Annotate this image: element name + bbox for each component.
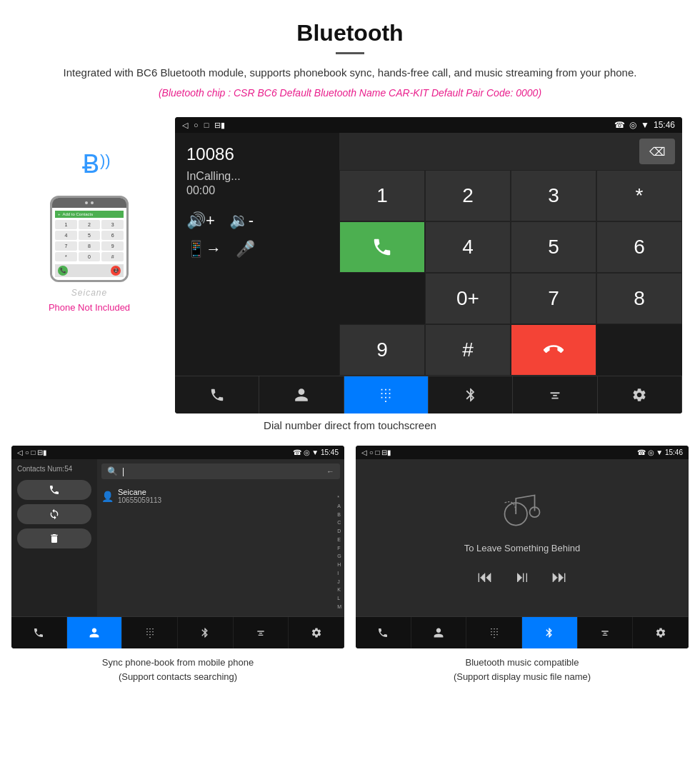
dialpad-key-7[interactable]: 7 xyxy=(511,273,596,324)
phone-key-hash: # xyxy=(101,252,124,261)
dialpad-key-0plus[interactable]: 0+ xyxy=(425,273,511,324)
nav-bluetooth[interactable] xyxy=(429,376,513,413)
next-track-icon[interactable]: ⏭ xyxy=(551,568,567,586)
dialpad-key-3[interactable]: 3 xyxy=(511,170,596,221)
dialpad-key-6[interactable]: 6 xyxy=(596,221,682,273)
call-timer: 00:00 xyxy=(186,184,328,197)
watermark: Seicane xyxy=(71,288,107,298)
vol-up-icon[interactable]: 🔊+ xyxy=(186,211,215,230)
contacts-sidebar: Contacts Num:54 xyxy=(11,459,97,616)
home-icon: ○ xyxy=(194,121,199,129)
contacts-call-btn[interactable] xyxy=(17,480,91,500)
music-controls: ⏮ ⏯ ⏭ xyxy=(477,568,567,586)
nav-settings[interactable] xyxy=(598,376,682,413)
call-status: InCalling... xyxy=(186,170,328,183)
music-nav-dialpad[interactable] xyxy=(466,617,522,648)
delete-button[interactable]: ⌫ xyxy=(639,139,675,164)
title-divider xyxy=(336,52,364,54)
dialpad-key-5[interactable]: 5 xyxy=(511,221,596,273)
nav-transfer[interactable] xyxy=(513,376,597,413)
music-screen: ◁ ○ □ ⊟▮ ☎ ◎ ▼ 15:46 To Leave Something … xyxy=(356,446,689,648)
contacts-nav-settings[interactable] xyxy=(289,617,344,648)
music-body: To Leave Something Behind ⏮ ⏯ ⏭ xyxy=(356,459,689,616)
contacts-search-bar[interactable]: 🔍 | ← xyxy=(101,463,340,479)
phone-key-8: 8 xyxy=(79,241,101,251)
status-left: ◁ ○ □ ⊟▮ xyxy=(182,121,225,130)
dialpad-key-call-end[interactable] xyxy=(511,324,596,376)
call-number: 10086 xyxy=(186,144,328,164)
contacts-nav-dialpad[interactable] xyxy=(122,617,178,648)
contacts-status-right: ☎ ◎ ▼ 15:45 xyxy=(293,448,339,456)
back-icon: ◁ xyxy=(182,121,188,130)
contacts-nav-contacts[interactable] xyxy=(67,617,123,648)
dialpad-key-1[interactable]: 1 xyxy=(339,170,425,221)
contacts-nav-transfer[interactable] xyxy=(234,617,289,648)
mic-icon[interactable]: 🎤 xyxy=(236,240,255,259)
music-song-title: To Leave Something Behind xyxy=(464,543,581,553)
contact-item[interactable]: 👤 Seicane 10655059113 xyxy=(101,485,340,507)
call-controls-row2: 📱→ 🎤 xyxy=(186,240,328,259)
contacts-card: ◁ ○ □ ⊟▮ ☎ ◎ ▼ 15:45 Contacts Num:54 xyxy=(11,446,344,683)
music-nav-settings[interactable] xyxy=(633,617,689,648)
phone-key-3: 3 xyxy=(101,220,124,229)
dialpad-key-2[interactable]: 2 xyxy=(425,170,511,221)
nav-contacts[interactable] xyxy=(259,376,344,413)
dialpad-key-star[interactable]: * xyxy=(596,170,682,221)
car-screen-main: 10086 InCalling... 00:00 🔊+ 🔉- 📱→ 🎤 ⌫ xyxy=(175,133,682,376)
phone-key-6: 6 xyxy=(101,231,124,240)
contacts-delete-btn[interactable] xyxy=(17,528,91,548)
car-screen-status-bar: ◁ ○ □ ⊟▮ ☎ ◎ ▼ 15:46 xyxy=(175,117,682,133)
music-nav-phone[interactable] xyxy=(356,617,411,648)
music-nav-contacts[interactable] xyxy=(411,617,467,648)
dialpad-top: ⌫ xyxy=(339,133,682,170)
phone-key-4: 4 xyxy=(55,231,77,240)
prev-track-icon[interactable]: ⏮ xyxy=(477,568,493,586)
music-status-right: ☎ ◎ ▼ 15:46 xyxy=(637,448,683,456)
car-screen-left: 10086 InCalling... 00:00 🔊+ 🔉- 📱→ 🎤 xyxy=(175,133,339,376)
contacts-nav-bt[interactable] xyxy=(178,617,234,648)
dialpad-key-4[interactable]: 4 xyxy=(425,221,511,273)
alpha-d: D xyxy=(337,528,341,533)
dialpad-key-hash[interactable]: # xyxy=(425,324,511,376)
status-right: ☎ ◎ ▼ 15:46 xyxy=(614,120,675,130)
phone-status-icon: ☎ xyxy=(614,120,625,130)
nav-phone[interactable] xyxy=(175,376,259,413)
phone-call-green-icon: 📞 xyxy=(58,266,68,276)
play-pause-icon[interactable]: ⏯ xyxy=(514,568,530,586)
phone-mock-topbar xyxy=(52,198,126,208)
alpha-star: * xyxy=(337,495,341,500)
contact-name: Seicane xyxy=(118,488,161,496)
dialpad-key-call-green[interactable] xyxy=(339,221,425,273)
contacts-sync-btn[interactable] xyxy=(17,504,91,524)
contacts-nav-phone[interactable] xyxy=(11,617,67,648)
car-screen-nav xyxy=(175,376,682,413)
alpha-e: E xyxy=(337,537,341,542)
search-icon: 🔍 xyxy=(107,466,118,476)
dialpad-key-8[interactable]: 8 xyxy=(596,273,682,324)
bluetooth-icon: Ƀ xyxy=(82,149,100,179)
contacts-main: 🔍 | ← 👤 Seicane 10655059113 * xyxy=(97,459,344,616)
phone-key-7: 7 xyxy=(55,241,77,251)
nav-dialpad[interactable] xyxy=(344,376,429,413)
wifi-icon: ▼ xyxy=(641,120,649,130)
music-artwork-icon xyxy=(497,483,547,533)
contacts-screen-body: Contacts Num:54 🔍 | xyxy=(11,459,344,616)
music-status-bar: ◁ ○ □ ⊟▮ ☎ ◎ ▼ 15:46 xyxy=(356,446,689,459)
bluetooth-specs: (Bluetooth chip : CSR BC6 Default Blueto… xyxy=(14,87,686,99)
vol-down-icon[interactable]: 🔉- xyxy=(229,211,254,230)
dialpad-key-9[interactable]: 9 xyxy=(339,324,425,376)
alphabet-sidebar: * A B C D E F G H I J K L M xyxy=(337,495,341,609)
music-nav-bt[interactable] xyxy=(522,617,578,648)
music-nav xyxy=(356,616,689,648)
phone-call-red-icon: 📵 xyxy=(111,266,121,276)
alpha-g: G xyxy=(337,553,341,558)
phone-mock-dot xyxy=(85,201,88,204)
transfer-icon[interactable]: 📱→ xyxy=(186,240,221,259)
music-nav-transfer[interactable] xyxy=(578,617,634,648)
call-controls: 🔊+ 🔉- xyxy=(186,211,328,230)
page-title: Bluetooth xyxy=(14,20,686,46)
main-caption: Dial number direct from touchscreen xyxy=(0,419,700,431)
contacts-count: Contacts Num:54 xyxy=(17,465,91,473)
phone-key-1: 1 xyxy=(55,220,77,229)
phone-key-5: 5 xyxy=(79,231,101,240)
